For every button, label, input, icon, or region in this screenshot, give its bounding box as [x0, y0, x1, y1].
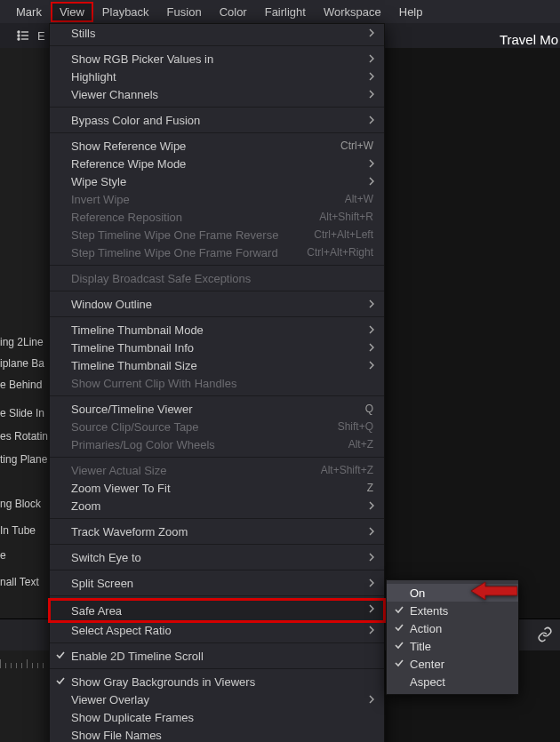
menu-item-show-current-clip-with-handles: Show Current Clip With Handles	[50, 374, 384, 392]
menu-item-track-waveform-zoom[interactable]: Track Waveform Zoom	[50, 523, 384, 540]
menu-item-label: Primaries/Log Color Wheels	[71, 438, 338, 451]
clip-label[interactable]: e Slide In	[0, 407, 44, 419]
menu-item-reference-reposition: Reference RepositionAlt+Shift+R	[50, 208, 384, 226]
menu-item-enable-2d-timeline-scroll[interactable]: Enable 2D Timeline Scroll	[50, 647, 384, 665]
check-icon	[394, 622, 404, 633]
menu-item-label: Wipe Style	[71, 175, 373, 188]
menu-shortcut: Alt+Z	[348, 438, 373, 451]
chevron-right-icon	[368, 526, 375, 537]
submenu-item-aspect[interactable]: Aspect	[387, 673, 518, 690]
menubar-item-fusion[interactable]: Fusion	[158, 2, 211, 22]
menu-item-label: Timeline Thumbnail Info	[71, 341, 373, 355]
menu-item-label: Show File Names	[71, 729, 373, 742]
menu-shortcut: Ctrl+W	[340, 140, 373, 152]
menu-item-viewer-actual-size: Viewer Actual SizeAlt+Shift+Z	[50, 461, 384, 479]
menu-separator	[50, 45, 384, 46]
menu-shortcut: Shift+Q	[338, 420, 373, 433]
submenu-item-label: Aspect	[410, 675, 445, 689]
clip-label[interactable]: es Rotatin	[0, 430, 48, 443]
menu-item-zoom[interactable]: Zoom	[50, 497, 384, 515]
menu-item-bypass-color-and-fusion[interactable]: Bypass Color and Fusion	[50, 111, 384, 129]
timeline-ruler[interactable]	[0, 652, 53, 668]
menu-shortcut: Z	[367, 482, 373, 494]
menu-item-timeline-thumbnail-info[interactable]: Timeline Thumbnail Info	[50, 339, 384, 356]
menu-shortcut: Ctrl+Alt+Right	[307, 246, 373, 259]
submenu-item-label: Center	[410, 658, 444, 671]
clip-label[interactable]: nall Text	[0, 576, 39, 588]
clip-label[interactable]: ng Block	[0, 498, 41, 510]
menubar-item-view[interactable]: View	[51, 2, 93, 22]
menu-item-viewer-overlay[interactable]: Viewer Overlay	[50, 690, 384, 708]
submenu-item-label: Extents	[410, 604, 448, 618]
menu-item-safe-area[interactable]: Safe Area	[50, 600, 384, 621]
menu-item-timeline-thumbnail-size[interactable]: Timeline Thumbnail Size	[50, 356, 384, 374]
menu-separator	[50, 395, 384, 396]
menu-item-source-timeline-viewer[interactable]: Source/Timeline ViewerQ	[50, 400, 384, 418]
clip-label[interactable]: e	[0, 549, 6, 562]
menu-item-highlight[interactable]: Highlight	[50, 68, 384, 85]
menu-item-label: Show Gray Backgrounds in Viewers	[71, 675, 373, 689]
clip-label[interactable]: e Behind	[0, 379, 42, 391]
menu-item-label: Stills	[71, 27, 373, 40]
submenu-item-center[interactable]: Center	[387, 655, 518, 673]
edit-label-fragment[interactable]: E	[37, 29, 45, 43]
clip-label[interactable]: ting Plane	[0, 453, 47, 466]
menu-item-label: Reference Reposition	[71, 211, 308, 224]
menu-item-timeline-thumbnail-mode[interactable]: Timeline Thumbnail Mode	[50, 321, 384, 339]
check-icon	[394, 604, 404, 615]
chevron-right-icon	[368, 158, 375, 169]
menu-item-label: Step Timeline Wipe One Frame Reverse	[71, 228, 303, 242]
chevron-right-icon	[368, 603, 375, 614]
menu-separator	[50, 544, 384, 545]
clip-label[interactable]: In Tube	[0, 524, 36, 537]
menu-item-label: Show Reference Wipe	[71, 140, 330, 153]
menu-item-split-screen[interactable]: Split Screen	[50, 574, 384, 592]
menu-item-wipe-style[interactable]: Wipe Style	[50, 172, 384, 190]
menu-item-switch-eye-to[interactable]: Switch Eye to	[50, 548, 384, 566]
clip-label[interactable]: ing 2Line	[0, 336, 44, 348]
svg-point-0	[18, 31, 20, 33]
menu-item-step-timeline-wipe-one-frame-forward: Step Timeline Wipe One Frame ForwardCtrl…	[50, 243, 384, 261]
menu-item-window-outline[interactable]: Window Outline	[50, 295, 384, 313]
chevron-right-icon	[368, 360, 375, 371]
menubar-item-workspace[interactable]: Workspace	[315, 2, 390, 22]
menu-shortcut: Alt+Shift+Z	[321, 464, 373, 476]
menubar-item-fairlight[interactable]: Fairlight	[256, 2, 315, 22]
menu-item-label: Reference Wipe Mode	[71, 157, 373, 171]
check-icon	[55, 675, 66, 686]
menu-item-reference-wipe-mode[interactable]: Reference Wipe Mode	[50, 155, 384, 172]
menu-item-stills[interactable]: Stills	[50, 24, 384, 42]
submenu-item-extents[interactable]: Extents	[387, 602, 518, 619]
menubar-item-color[interactable]: Color	[211, 2, 256, 22]
chevron-right-icon	[368, 694, 375, 705]
menubar-item-playback[interactable]: Playback	[93, 2, 158, 22]
submenu-item-action[interactable]: Action	[387, 619, 518, 637]
menu-item-zoom-viewer-to-fit[interactable]: Zoom Viewer To FitZ	[50, 479, 384, 497]
menu-item-label: Show RGB Picker Values in	[71, 52, 373, 66]
menu-item-show-reference-wipe[interactable]: Show Reference WipeCtrl+W	[50, 137, 384, 155]
menu-item-label: Switch Eye to	[71, 551, 373, 564]
check-icon	[394, 658, 404, 668]
menu-item-select-aspect-ratio[interactable]: Select Aspect Ratio	[50, 621, 384, 639]
menubar-item-help[interactable]: Help	[390, 2, 432, 22]
chevron-right-icon	[368, 324, 375, 335]
menu-item-label: Source Clip/Source Tape	[71, 420, 327, 434]
menu-item-show-file-names[interactable]: Show File Names	[50, 726, 384, 742]
menu-item-show-gray-backgrounds-in-viewers[interactable]: Show Gray Backgrounds in Viewers	[50, 673, 384, 690]
menu-item-viewer-channels[interactable]: Viewer Channels	[50, 85, 384, 103]
annotation-arrow	[471, 580, 517, 602]
chevron-right-icon	[368, 500, 375, 511]
menu-item-show-duplicate-frames[interactable]: Show Duplicate Frames	[50, 708, 384, 726]
menubar-item-mark[interactable]: Mark	[7, 2, 51, 22]
menu-separator	[50, 570, 384, 570]
menu-item-label: Display Broadcast Safe Exceptions	[71, 272, 373, 285]
chevron-right-icon	[368, 299, 375, 309]
link-icon[interactable]	[537, 626, 553, 646]
clip-label[interactable]: iplane Ba	[0, 357, 44, 370]
submenu-item-title[interactable]: Title	[387, 637, 518, 655]
menu-item-label: Zoom	[71, 499, 373, 513]
menu-item-show-rgb-picker-values-in[interactable]: Show RGB Picker Values in	[50, 50, 384, 68]
menu-item-display-broadcast-safe-exceptions: Display Broadcast Safe Exceptions	[50, 269, 384, 287]
list-icon[interactable]	[16, 28, 30, 44]
chevron-right-icon	[368, 115, 375, 125]
